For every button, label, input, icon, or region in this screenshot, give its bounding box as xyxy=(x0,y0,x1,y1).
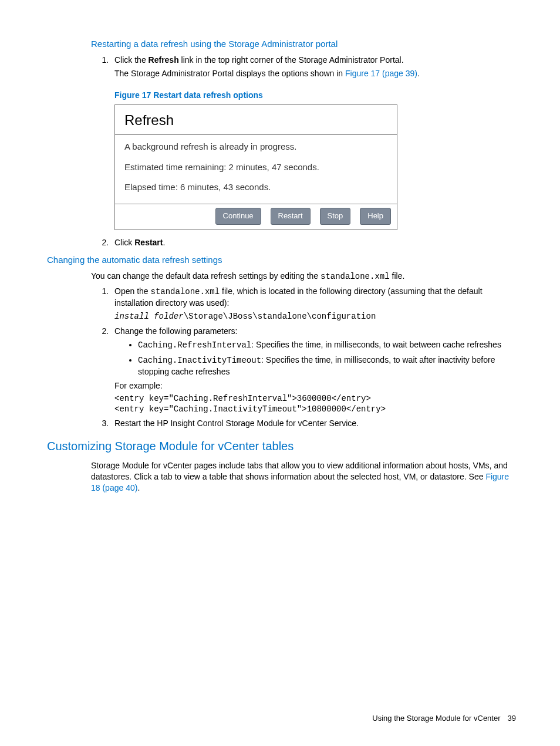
figure-17-reference-link[interactable]: Figure 17 (page 39) xyxy=(345,69,417,78)
dialog-line-1: A background refresh is already in progr… xyxy=(124,141,387,153)
standalone-xml-2: standalone.xml xyxy=(151,287,220,296)
text: file. xyxy=(390,271,405,281)
heading-changing-settings: Changing the automatic data refresh sett… xyxy=(47,254,516,266)
text: You can change the default data refresh … xyxy=(91,271,321,281)
text: link in the top right corner of the Stor… xyxy=(179,55,404,65)
example-code-block: <entry key="Caching.RefreshInterval">360… xyxy=(114,394,516,414)
steps-sec1: Click the Refresh link in the top right … xyxy=(91,55,516,248)
refresh-dialog: Refresh A background refresh is already … xyxy=(114,104,397,230)
continue-button[interactable]: Continue xyxy=(215,208,261,225)
text: Restart the HP Insight Control Storage M… xyxy=(114,418,359,428)
param-refresh-interval: Caching.RefreshInterval: Specifies the t… xyxy=(138,339,516,351)
refresh-link-label: Refresh xyxy=(149,55,179,65)
sec2-step-3: Restart the HP Insight Control Storage M… xyxy=(111,418,516,429)
text: . xyxy=(163,238,165,247)
dialog-title: Refresh xyxy=(115,105,397,135)
text: Storage Module for vCenter pages include… xyxy=(91,461,508,481)
text: . xyxy=(137,483,140,492)
restart-label: Restart xyxy=(134,238,163,247)
step-1: Click the Refresh link in the top right … xyxy=(111,55,516,229)
dialog-line-3: Elapsed time: 6 minutes, 43 seconds. xyxy=(124,181,387,193)
dialog-footer: Continue Restart Stop Help xyxy=(115,204,397,229)
heading-restarting-refresh: Restarting a data refresh using the Stor… xyxy=(91,38,516,50)
sec3-body: Storage Module for vCenter pages include… xyxy=(91,460,516,494)
text: : Specifies the time, in milliseconds, t… xyxy=(251,340,501,349)
install-path: install folder\Storage\JBoss\standalone\… xyxy=(114,312,516,322)
code: Caching.RefreshInterval xyxy=(138,340,251,350)
stop-button[interactable]: Stop xyxy=(320,208,351,225)
text: Open the xyxy=(114,286,151,296)
restart-button[interactable]: Restart xyxy=(271,208,311,225)
code: Caching.InactivityTimeout xyxy=(138,356,261,365)
text: The Storage Administrator Portal display… xyxy=(114,69,345,78)
for-example-label: For example: xyxy=(114,380,516,391)
text: Click the xyxy=(114,55,149,65)
step-1-line2: The Storage Administrator Portal display… xyxy=(114,68,516,79)
steps-sec2: Open the standalone.xml file, which is l… xyxy=(91,286,516,430)
step-2: Click Restart. xyxy=(111,237,516,248)
text: . xyxy=(417,69,420,78)
sec2-step-1: Open the standalone.xml file, which is l… xyxy=(111,286,516,322)
standalone-xml: standalone.xml xyxy=(321,272,390,281)
dialog-body: A background refresh is already in progr… xyxy=(115,135,397,204)
sec2-step-2: Change the following parameters: Caching… xyxy=(111,326,516,414)
help-button[interactable]: Help xyxy=(360,208,391,225)
heading-customizing-tables: Customizing Storage Module for vCenter t… xyxy=(47,438,516,454)
sec2-intro: You can change the default data refresh … xyxy=(91,271,516,282)
install-folder-var: install folder xyxy=(114,312,184,321)
figure-17-caption: Figure 17 Restart data refresh options xyxy=(114,90,516,101)
text: Click xyxy=(114,238,134,247)
dialog-line-2: Estimated time remaining: 2 minutes, 47 … xyxy=(124,161,387,173)
param-inactivity-timeout: Caching.InactivityTimeout: Specifies the… xyxy=(138,355,516,377)
text: Change the following parameters: xyxy=(114,326,237,336)
path-rest: \Storage\JBoss\standalone\configuration xyxy=(184,312,376,321)
parameter-list: Caching.RefreshInterval: Specifies the t… xyxy=(114,339,516,377)
